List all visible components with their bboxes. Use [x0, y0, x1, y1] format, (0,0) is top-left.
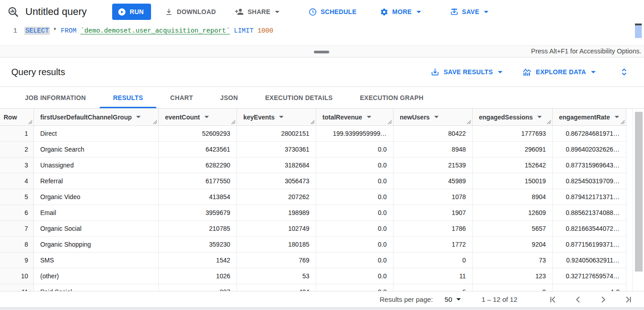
chevron-down-icon[interactable]	[434, 116, 439, 118]
table-row: 2Organic Search642356137303610.089482960…	[0, 142, 626, 157]
column-header-event-count[interactable]: eventCount	[159, 109, 237, 125]
next-page-button[interactable]	[598, 294, 609, 305]
table-cell: SMS	[34, 253, 159, 268]
last-page-icon	[623, 294, 634, 305]
query-title: Untitled query	[25, 6, 87, 18]
table-cell: 0.0	[316, 205, 393, 221]
save-results-button[interactable]: SAVE RESULTS	[431, 67, 502, 76]
last-page-button[interactable]	[623, 294, 634, 305]
expand-results-button[interactable]	[619, 67, 629, 77]
table-row: 9SMS15427690.00730.924050632911…	[0, 253, 626, 268]
chevron-down-icon	[591, 71, 596, 73]
column-header-engagement-rate[interactable]: engagementRate	[553, 109, 626, 125]
results-table: Row firstUserDefaultChannelGroup eventCo…	[0, 109, 644, 291]
column-resize-handle[interactable]	[620, 120, 625, 124]
column-header-channel-group[interactable]: firstUserDefaultChannelGroup	[34, 109, 159, 125]
page-size-select[interactable]: 50	[445, 296, 461, 303]
column-resize-handle[interactable]	[28, 120, 33, 124]
column-header-total-revenue[interactable]: totalRevenue	[316, 109, 393, 125]
sql-editor[interactable]: 1 SELECT * FROM `demo.demoset.user_acqui…	[0, 24, 644, 45]
chevron-down-icon[interactable]	[615, 116, 619, 118]
chevron-down-icon[interactable]	[136, 116, 141, 118]
results-actions: SAVE RESULTS EXPLORE DATA	[411, 67, 633, 77]
share-button[interactable]: SHARE	[229, 4, 285, 20]
column-resize-handle[interactable]	[467, 120, 471, 124]
query-results-header: Query results SAVE RESULTS EXPLORE DATA	[0, 57, 644, 87]
table-cell: 12609	[473, 205, 553, 221]
table-cell: (other)	[34, 268, 159, 284]
table-cell: 3959679	[159, 205, 237, 221]
chevron-down-icon[interactable]	[204, 116, 209, 118]
table-cell: 9	[473, 284, 553, 291]
table-header-row: Row firstUserDefaultChannelGroup eventCo…	[0, 109, 626, 126]
table-cell: 53	[237, 268, 316, 284]
table-row: 8Organic Shopping3592301801850.017729204…	[0, 237, 626, 253]
column-resize-handle[interactable]	[231, 120, 236, 124]
table-cell: 3056473	[237, 173, 316, 189]
first-page-icon	[547, 294, 558, 305]
table-cell: Organic Social	[34, 221, 159, 237]
table-cell: 102749	[237, 221, 316, 237]
tab-results[interactable]: RESULTS	[99, 87, 156, 108]
table-row: 1Direct5260929328002151199.9399959999…80…	[0, 126, 626, 142]
pagination-bar: Results per page: 50 1 – 12 of 12	[0, 291, 644, 307]
tab-json[interactable]: JSON	[207, 87, 251, 108]
table-cell: 0.0	[316, 157, 393, 173]
results-per-page-label: Results per page:	[380, 296, 433, 303]
tab-execution-details[interactable]: EXECUTION DETAILS	[251, 87, 346, 108]
schedule-button[interactable]: SCHEDULE	[303, 4, 362, 20]
sql-table-reference[interactable]: `demo.demoset.user_acquisition_report`	[80, 27, 230, 34]
row-number-cell: 10	[0, 268, 34, 284]
chevron-down-icon[interactable]	[279, 116, 284, 118]
download-button[interactable]: DOWNLOAD	[159, 4, 221, 20]
table-scrollbar[interactable]	[632, 109, 644, 291]
column-resize-handle[interactable]	[153, 120, 157, 124]
editor-scrollbar-thumb[interactable]	[635, 25, 642, 38]
query-toolbar: Untitled query RUN DOWNLOAD SHARE	[0, 0, 644, 24]
table-cell: 0.867284681971…	[553, 126, 626, 142]
table-cell: 296091	[473, 142, 553, 157]
run-button[interactable]: RUN	[112, 4, 151, 20]
person-add-icon	[235, 7, 244, 16]
table-cell: 6	[393, 284, 473, 291]
chevron-right-icon	[598, 294, 609, 305]
editor-splitter-strip: Press Alt+F1 for Accessibility Options.	[0, 45, 644, 57]
tab-chart[interactable]: CHART	[156, 87, 207, 108]
chevron-down-icon[interactable]	[537, 116, 542, 118]
chevron-down-icon	[275, 11, 279, 13]
table-cell: Referral	[34, 173, 159, 189]
table-cell: 0.0	[316, 173, 393, 189]
table-row: 11Paid Social8874040.0691.0	[0, 284, 626, 291]
tab-execution-graph[interactable]: EXECUTION GRAPH	[346, 87, 437, 108]
row-number-cell: 6	[0, 205, 34, 221]
editor-scrollbar[interactable]	[635, 24, 642, 45]
column-header-key-events[interactable]: keyEvents	[237, 109, 316, 125]
table-cell: 0.0	[316, 284, 393, 291]
column-header-new-users[interactable]: newUsers	[393, 109, 473, 125]
table-cell: 5657	[473, 221, 553, 237]
chevron-down-icon[interactable]	[367, 116, 371, 118]
table-cell: 0.0	[316, 189, 393, 205]
download-icon	[165, 8, 173, 16]
column-resize-handle[interactable]	[310, 120, 315, 124]
table-scrollbar-thumb[interactable]	[635, 112, 643, 272]
column-resize-handle[interactable]	[547, 120, 551, 124]
column-header-engaged-sessions[interactable]: engagedSessions	[473, 109, 553, 125]
splitter-drag-handle[interactable]	[314, 51, 329, 53]
chevron-down-icon	[484, 11, 488, 13]
first-page-button[interactable]	[547, 294, 558, 305]
clock-icon	[308, 8, 317, 16]
row-number-cell: 4	[0, 173, 34, 189]
gear-icon	[380, 8, 388, 16]
explore-data-button[interactable]: EXPLORE DATA	[522, 67, 596, 77]
table-row: 4Referral617755030564730.0459891500190.8…	[0, 173, 626, 189]
table-row: 5Organic Video4138542072620.0107889040.8…	[0, 189, 626, 205]
more-button[interactable]: MORE	[374, 4, 426, 20]
table-cell: Organic Video	[34, 189, 159, 205]
save-button[interactable]: SAVE	[445, 4, 494, 20]
previous-page-button[interactable]	[573, 294, 583, 305]
chevron-down-icon	[456, 298, 461, 300]
tab-job-information[interactable]: JOB INFORMATION	[11, 87, 99, 108]
column-resize-handle[interactable]	[388, 120, 392, 124]
chevron-down-icon	[417, 11, 421, 13]
